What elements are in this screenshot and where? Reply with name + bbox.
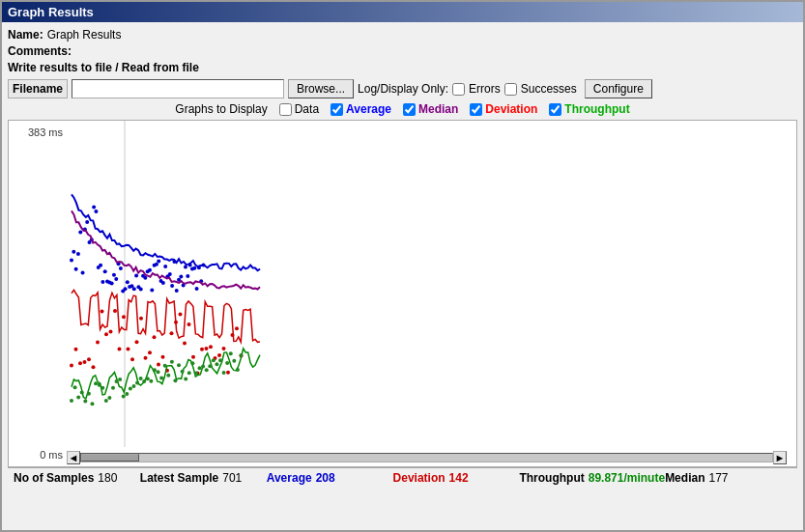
title-bar: Graph Results [2,2,803,22]
data-checkbox-item[interactable]: Data [279,102,319,116]
median-checkbox[interactable] [403,103,416,116]
name-row: Name: Graph Results [8,28,797,42]
samples-value: 180 [98,471,117,485]
deviation-checkbox[interactable] [470,103,482,116]
y-axis: 383 ms 0 ms [9,121,67,466]
window-title: Graph Results [8,5,94,19]
latest-label: Latest Sample [140,471,218,485]
y-axis-top: 383 ms [9,125,67,138]
data-checkbox[interactable] [279,103,292,116]
name-value: Graph Results [47,28,122,42]
file-section-label: Write results to file / Read from file [8,61,199,74]
successes-checkbox[interactable] [504,83,517,96]
median-checkbox-item[interactable]: Median [403,102,458,116]
median-label: Median [665,471,704,485]
median-item: Median 177 [665,471,791,485]
comments-row: Comments: [8,44,797,58]
throughput-checkbox-item[interactable]: Throughput [549,102,629,116]
log-display-label: Log/Display Only: [358,82,448,96]
deviation-item: Deviation 142 [393,471,520,485]
throughput-value: 89.871/minute [589,471,665,485]
file-section-label-row: Write results to file / Read from file [8,61,797,76]
data-label: Data [295,102,319,116]
browse-button[interactable]: Browse... [288,79,354,98]
samples-item: No of Samples 180 [14,471,140,485]
scrollbar-left-button[interactable]: ◄ [67,451,80,464]
file-row: Filename Browse... Log/Display Only: Err… [8,79,797,98]
average-label: Average [267,471,312,485]
log-display-row: Log/Display Only: Errors Successes Confi… [358,79,652,98]
throughput-checkbox[interactable] [549,103,561,116]
errors-checkbox[interactable] [452,83,465,96]
configure-button[interactable]: Configure [585,79,652,98]
throughput-label: Throughput [564,102,629,116]
errors-label: Errors [469,82,501,96]
graph-controls: Graphs to Display Data Average Median De… [8,102,797,116]
deviation-label: Deviation [485,102,537,116]
filename-input[interactable] [72,79,284,98]
deviation-value: 142 [449,471,469,485]
median-label: Median [418,102,458,116]
latest-value: 701 [222,471,242,485]
main-window: Graph Results Name: Graph Results Commen… [0,0,805,532]
filename-label: Filename [8,79,68,98]
scrollbar-track[interactable] [80,453,773,462]
scrollbar-thumb[interactable] [81,454,139,462]
average-label: Average [346,102,391,116]
deviation-label: Deviation [393,471,446,485]
successes-label: Successes [521,82,577,96]
average-value: 208 [316,471,335,485]
chart-area [67,121,787,447]
y-axis-bottom: 0 ms [9,449,67,462]
graphs-to-display-label: Graphs to Display [175,102,267,116]
content-area: Name: Graph Results Comments: Write resu… [2,22,803,493]
comments-label: Comments: [8,44,72,58]
average-checkbox[interactable] [331,103,343,116]
scrollbar-right-button[interactable]: ► [773,451,787,464]
scrollbar[interactable]: ◄ ► [67,449,787,466]
throughput-label: Throughput [519,471,584,485]
graph-canvas [67,121,787,447]
throughput-item: Throughput 89.871/minute [519,471,665,485]
chart-container: 383 ms 0 ms ◄ ► [8,120,797,467]
status-bar: No of Samples 180 Latest Sample 701 Aver… [8,467,797,488]
average-checkbox-item[interactable]: Average [331,102,391,116]
name-label: Name: [8,28,43,42]
samples-label: No of Samples [14,471,94,485]
latest-item: Latest Sample 701 [140,471,267,485]
average-item: Average 208 [267,471,393,485]
median-value: 177 [708,471,728,485]
deviation-checkbox-item[interactable]: Deviation [470,102,537,116]
